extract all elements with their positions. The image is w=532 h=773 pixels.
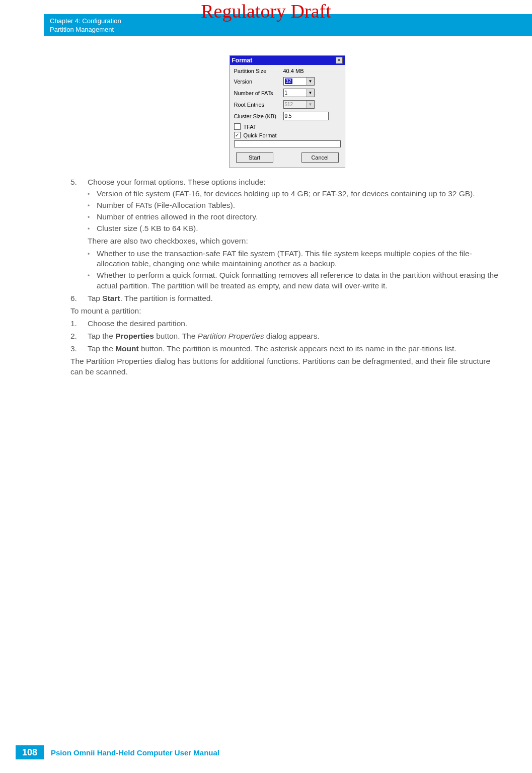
root-entries-label: Root Entries — [234, 102, 283, 108]
section-label: Partition Management — [50, 26, 526, 34]
version-select[interactable]: 32 ▼ — [283, 77, 315, 86]
page-number: 108 — [16, 745, 44, 759]
tfat-checkbox[interactable] — [234, 123, 241, 130]
tfat-label: TFAT — [244, 124, 257, 130]
regulatory-watermark: Regulatory Draft — [0, 0, 532, 22]
dialog-title-bar: Format × — [230, 56, 345, 65]
root-entries-select: 512 ▼ — [283, 100, 315, 109]
mount-intro: To mount a partition: — [70, 306, 504, 317]
version-label: Version — [234, 79, 283, 85]
list-item: 3. Tap the Mount button. The partition i… — [70, 344, 504, 354]
fats-label: Number of FATs — [234, 90, 283, 96]
quick-format-checkbox[interactable]: ✓ — [234, 132, 241, 138]
closing-paragraph: The Partition Properties dialog has butt… — [70, 356, 504, 377]
partition-size-label: Partition Size — [234, 68, 283, 74]
start-button[interactable]: Start — [236, 152, 273, 163]
cancel-button[interactable]: Cancel — [301, 152, 339, 163]
list-item: 6. Tap Start. The partition is formatted… — [70, 293, 504, 304]
cluster-size-input[interactable]: 0.5 — [283, 112, 329, 120]
format-dialog: Format × Partition Size 40.4 MB Version … — [230, 55, 345, 168]
quick-format-label: Quick Format — [244, 132, 277, 138]
fats-select[interactable]: 1 ▼ — [283, 89, 315, 97]
list-item: 5. Choose your format options. These opt… — [70, 177, 504, 291]
dialog-title: Format — [232, 57, 253, 64]
close-icon[interactable]: × — [336, 57, 343, 64]
chevron-down-icon: ▼ — [307, 78, 314, 85]
partition-size-value: 40.4 MB — [283, 68, 341, 74]
chevron-down-icon: ▼ — [307, 101, 314, 108]
chevron-down-icon: ▼ — [307, 89, 314, 97]
progress-bar — [234, 140, 341, 147]
footer-title: Psion Omnii Hand-Held Computer User Manu… — [51, 748, 219, 757]
footer: 108 Psion Omnii Hand-Held Computer User … — [0, 745, 219, 759]
body-text: 5. Choose your format options. These opt… — [70, 177, 504, 377]
list-item: 2. Tap the Properties button. The Partit… — [70, 331, 504, 342]
cluster-size-label: Cluster Size (KB) — [234, 113, 283, 119]
list-item: 1. Choose the desired partition. — [70, 319, 504, 329]
